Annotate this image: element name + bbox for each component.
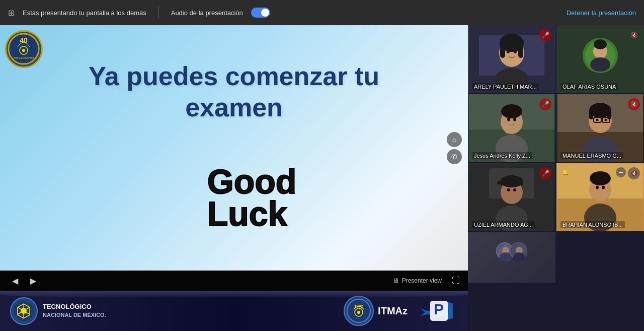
video-row-4 <box>468 232 644 283</box>
slide-nav-bar: ◀ ▶ 🖥 Presenter view ⛶ <box>0 271 468 291</box>
p-logo: P <box>418 293 458 328</box>
video-tile-brahian[interactable]: 🔔 − 🔇 BRAHIAN ALONSO IB... <box>556 163 644 231</box>
svg-point-35 <box>501 104 522 118</box>
slide-float-buttons: ⌂ ✆ <box>447 132 462 164</box>
present-icon: ⊞ <box>8 8 15 18</box>
svg-point-28 <box>594 39 607 49</box>
svg-text:P: P <box>434 301 444 317</box>
svg-point-52 <box>596 119 599 121</box>
svg-rect-19 <box>518 43 523 58</box>
itmaz-logo: 1982 ITMAz <box>344 296 408 326</box>
video-tile-empty <box>556 232 644 283</box>
slide: 40 ANIVERSARIO Ya puedes comenzar tu ex <box>0 25 468 271</box>
presenting-text: Estás presentando tu pantalla a los demá… <box>23 9 146 17</box>
brahian-bell-icon: 🔔 <box>560 167 571 177</box>
jesus-mic-icon: 🎤 <box>539 98 551 110</box>
toggle-knob <box>261 9 269 17</box>
stop-presentation-button[interactable]: Detener la presentación <box>567 9 636 17</box>
slide-heading: Ya puedes comenzar tu examen <box>20 60 448 123</box>
svg-point-72 <box>602 186 605 189</box>
presentation-area: 40 ANIVERSARIO Ya puedes comenzar tu ex <box>0 25 468 331</box>
bottom-avatars <box>468 232 555 260</box>
svg-point-53 <box>605 119 607 121</box>
p-logo-svg: P <box>418 293 458 328</box>
svg-point-62 <box>507 188 510 191</box>
svg-point-21 <box>507 49 510 53</box>
olaf-name: OLAF ARIAS OSUNA <box>560 83 618 90</box>
manuel-name: MANUEL ERASMO G... <box>560 152 623 159</box>
slide-container: 40 ANIVERSARIO Ya puedes comenzar tu ex <box>0 25 468 271</box>
itmaz-circle: 1982 <box>344 296 374 326</box>
slide-logo: 40 ANIVERSARIO <box>5 30 45 71</box>
video-tile-bottom[interactable] <box>468 232 555 283</box>
svg-point-10 <box>357 311 360 314</box>
arely-mic-icon: 🎤 <box>539 29 551 41</box>
svg-point-71 <box>596 186 599 189</box>
bottom-bar: TECNOLÓGICO NACIONAL DE MÉXICO. 1982 IT <box>0 291 468 331</box>
fullscreen-button[interactable]: ⛶ <box>452 276 460 285</box>
svg-point-22 <box>514 49 517 53</box>
svg-rect-39 <box>505 123 513 134</box>
svg-point-37 <box>507 118 510 121</box>
itmaz-text: ITMAz <box>378 305 408 317</box>
uziel-name: UZIEL ARMANDO AG... <box>472 221 535 228</box>
audio-text: Audio de la presentación <box>171 9 243 17</box>
avatar-small-2 <box>510 242 527 260</box>
svg-point-63 <box>513 188 516 191</box>
tecnm-svg <box>13 300 35 322</box>
video-tile-olaf[interactable]: 🔇 OLAF ARIAS OSUNA <box>556 25 644 93</box>
tecnm-circle <box>10 297 38 325</box>
video-tile-manuel[interactable]: 🔇 MANUEL ERASMO G... <box>556 94 644 162</box>
video-row-2: 🎤 Jesus Andres Kelly Z... <box>468 94 644 162</box>
video-row-1: 🎤 ARELY PAULETH MAR... <box>468 25 644 93</box>
luck-text: Luck <box>207 197 297 230</box>
manuel-mic-icon: 🔇 <box>628 98 640 110</box>
prev-slide-button[interactable]: ◀ <box>8 274 22 288</box>
presenter-view-button[interactable]: 🖥 Presenter view <box>393 277 442 284</box>
good-luck-text: Good Luck <box>207 165 297 230</box>
tecnm-text: TECNOLÓGICO NACIONAL DE MÉXICO. <box>43 303 106 318</box>
svg-rect-46 <box>589 109 593 119</box>
brahian-minus-button[interactable]: − <box>616 167 626 177</box>
svg-text:ANIVERSARIO: ANIVERSARIO <box>13 56 34 59</box>
svg-point-6 <box>21 308 27 314</box>
video-row-3: 🎤 UZIEL ARMANDO AG... <box>468 163 644 231</box>
home-float-button[interactable]: ⌂ <box>447 132 462 147</box>
audio-toggle[interactable]: ✓ <box>251 8 270 18</box>
svg-point-4 <box>22 49 25 52</box>
monitor-icon: 🖥 <box>393 277 399 284</box>
video-tile-uziel[interactable]: 🎤 UZIEL ARMANDO AG... <box>468 163 555 231</box>
phone-float-button[interactable]: ✆ <box>447 149 462 164</box>
presenter-view-label: Presenter view <box>402 277 442 284</box>
logo-svg: 40 ANIVERSARIO <box>8 33 40 65</box>
svg-point-38 <box>513 118 516 121</box>
good-text: Good <box>207 165 297 198</box>
svg-rect-18 <box>500 43 505 58</box>
olaf-mic-icon: 🔇 <box>628 29 640 41</box>
svg-point-29 <box>590 57 610 72</box>
p-logo-container: P <box>418 293 458 328</box>
video-tile-jesus[interactable]: 🎤 Jesus Andres Kelly Z... <box>468 94 555 162</box>
arely-name: ARELY PAULETH MAR... <box>472 83 539 90</box>
uziel-mic-icon: 🎤 <box>539 167 551 179</box>
top-bar: ⊞ Estás presentando tu pantalla a los de… <box>0 0 644 25</box>
video-sidebar: 🎤 ARELY PAULETH MAR... <box>468 25 644 331</box>
video-tile-arely[interactable]: 🎤 ARELY PAULETH MAR... <box>468 25 555 93</box>
divider <box>158 7 159 19</box>
tecnm-logo: TECNOLÓGICO NACIONAL DE MÉXICO. <box>10 297 106 325</box>
slide-title: Ya puedes comenzar tu examen <box>20 50 448 123</box>
svg-point-69 <box>590 171 611 185</box>
main-content: 40 ANIVERSARIO Ya puedes comenzar tu ex <box>0 25 644 331</box>
svg-rect-60 <box>497 181 504 184</box>
itmaz-svg: 1982 <box>346 298 371 323</box>
next-slide-button[interactable]: ▶ <box>26 274 40 288</box>
brahian-mic-icon: 🔇 <box>628 167 640 179</box>
avatar-svg-2 <box>511 243 528 261</box>
logo-circle: 40 ANIVERSARIO <box>5 30 43 68</box>
brahian-name: BRAHIAN ALONSO IB... <box>560 221 625 228</box>
jesus-name: Jesus Andres Kelly Z... <box>472 152 532 159</box>
